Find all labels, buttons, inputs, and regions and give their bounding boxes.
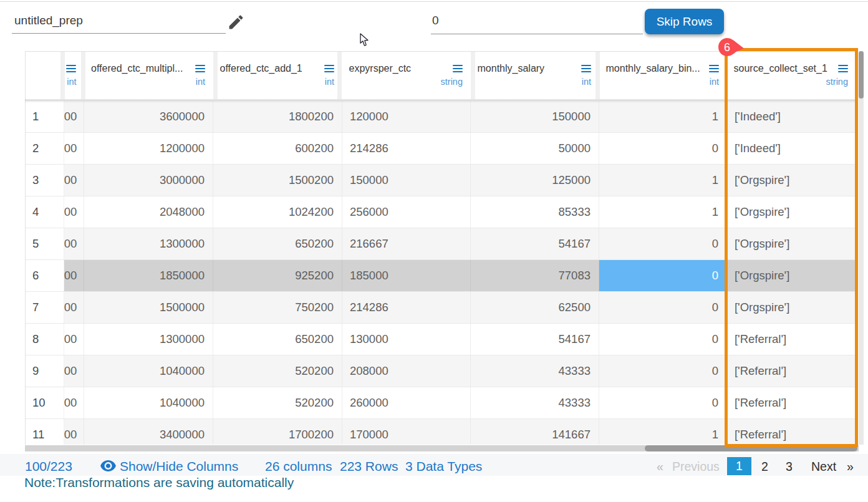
svg-text:6: 6 bbox=[724, 41, 730, 54]
